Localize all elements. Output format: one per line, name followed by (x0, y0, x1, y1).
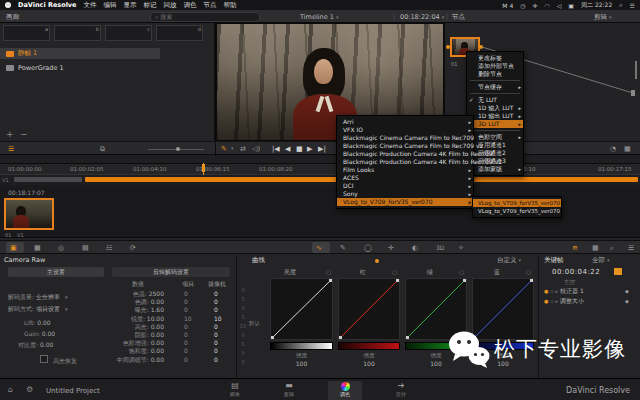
lock-icon[interactable]: ▫ (550, 298, 553, 304)
curve-luma[interactable] (270, 278, 333, 340)
resize-viewer-icon[interactable]: ⇄ (240, 145, 246, 153)
refresh-icon[interactable]: ⟳ (130, 244, 136, 252)
lightbox-icon[interactable]: ▦ (624, 145, 631, 153)
menu-edit[interactable]: 编辑 (104, 1, 117, 10)
keyframe-track-corrector1[interactable]: ● ▫ ▸ 校正器 1 (540, 287, 584, 296)
lut-menu-item[interactable]: Sony ▸ (337, 190, 473, 198)
expand-arrow-icon[interactable]: ▸ (556, 288, 559, 294)
reset-icon[interactable]: ○ (459, 268, 464, 275)
keyframe-playhead[interactable] (614, 268, 622, 275)
status-plus-icon[interactable]: ✛ (532, 2, 537, 9)
album-stills[interactable]: 静帧 1 (0, 48, 160, 59)
grab-still-icon[interactable]: ⧉ (100, 145, 105, 153)
key-icon[interactable]: ✧ (458, 244, 464, 252)
lut-menu-item[interactable]: DCI ▸ (337, 182, 473, 190)
wifi-icon[interactable]: ◠ (544, 2, 549, 9)
menu-mark[interactable]: 标记 (144, 1, 157, 10)
audio-mute-icon[interactable]: ◁) (252, 145, 260, 153)
camera-raw-row[interactable]: 曝光: 1.60 0 0 (0, 306, 236, 314)
add-album-button[interactable]: + (6, 130, 14, 139)
camera-raw-row[interactable]: 高光: 0.00 0 0 (0, 323, 236, 331)
memory-slot-a[interactable]: a (3, 25, 50, 41)
context-menu-item[interactable]: ✓ 更改标签 ▸ (467, 54, 523, 62)
options-icon[interactable]: ☰ (628, 244, 634, 252)
context-menu-item[interactable]: ✓ 3D LUT ▸ (467, 120, 523, 128)
tab-master-settings[interactable]: 主设置 (8, 267, 104, 277)
context-menu-item[interactable]: ✓ 删除节点 ▸ (467, 70, 523, 78)
blur-icon[interactable]: ◐ (412, 244, 418, 252)
lut-menu-item[interactable]: Film Looks ▸ (337, 166, 473, 174)
project-name[interactable]: Untitled Project (46, 387, 100, 395)
camera-raw-row[interactable]: 饱和度: 0.00 0 0 (0, 347, 236, 355)
camera-raw-row[interactable]: 色彩增强: 0.00 0 0 (0, 339, 236, 347)
motion-effects-icon[interactable]: ☷ (106, 244, 112, 252)
grid-view-icon[interactable]: ▦ (592, 244, 599, 252)
input-method-indicator[interactable]: M 4 (502, 2, 513, 9)
timeline-selector[interactable]: Timeline 1 ▾ (300, 13, 338, 21)
lut-menu-item[interactable]: VLog_to_V709_forV35_ver070 ▸ (337, 198, 473, 206)
keyframes-scope-select[interactable]: 全部 ▾ (592, 256, 610, 265)
context-menu-item[interactable]: ✓ 无 LUT ▸ (467, 96, 523, 104)
gallery-list-icon[interactable]: ☰ (8, 145, 14, 153)
slider-handle[interactable] (176, 147, 180, 151)
menubar-clock[interactable]: 周二 22:22 (581, 1, 612, 10)
menu-help[interactable]: 帮助 (224, 1, 237, 10)
color-wheels-icon[interactable]: ◎ (58, 244, 64, 252)
chevron-down-icon[interactable]: ▾ (231, 145, 234, 151)
curve-red[interactable] (338, 278, 400, 340)
step-back-button[interactable]: ◀ (285, 145, 290, 153)
app-b-icon[interactable]: ▣ (568, 2, 574, 9)
viewer-timecode[interactable]: 00:18:22:04 ▾ (400, 13, 444, 21)
camera-raw-row[interactable]: 阴影: 0.00 0 0 (0, 331, 236, 339)
clip-thumbnail[interactable] (4, 198, 54, 230)
volume-icon[interactable]: ◁ (557, 2, 562, 9)
red-strength-value[interactable]: 100 (338, 360, 400, 367)
remove-album-button[interactable]: − (20, 130, 28, 139)
keyframe-diamond-icon[interactable]: ◆ (625, 298, 629, 304)
lut-menu-item[interactable]: Blackmagic Production Camera 4K Film to … (337, 150, 473, 158)
expand-arrow-icon[interactable]: ▸ (556, 298, 559, 304)
lut-menu-item[interactable]: Blackmagic Production Camera 4K Film to … (337, 158, 473, 166)
memory-slot-d[interactable]: d (156, 25, 203, 41)
lut-menu-item[interactable]: Arri ▸ (337, 118, 473, 126)
node-view-selector[interactable]: 剪辑 ▾ (594, 13, 612, 22)
context-menu-item[interactable]: ✓ 色彩空间 ▸ (467, 133, 523, 141)
qualifier-icon[interactable]: ✎ (340, 244, 346, 252)
highlight-icon[interactable]: ◔ (610, 145, 616, 153)
node-input-dot[interactable] (446, 45, 450, 49)
status-clock-icon[interactable]: ◷ (520, 2, 525, 9)
app-menu[interactable]: DaVinci Resolve (18, 1, 77, 9)
curves-mode-select[interactable]: 自定义 ▾ (497, 256, 521, 265)
lock-icon[interactable]: ▫ (550, 288, 553, 294)
context-menu-item[interactable]: ✓ 1D 输入 LUT ▸ (467, 104, 523, 112)
luma-gradient[interactable] (270, 342, 333, 350)
camera-raw-row[interactable]: 色温: 2500 0 0 (0, 290, 236, 298)
menu-playback[interactable]: 回放 (164, 1, 177, 10)
keyframe-track-sizing[interactable]: ● ▫ ▸ 调整大小 (540, 297, 584, 306)
menu-view[interactable]: 显示 (124, 1, 137, 10)
luma-strength-value[interactable]: 100 (270, 360, 333, 367)
power-window-icon[interactable]: ◯ (364, 244, 372, 252)
tracker-icon[interactable]: ✛ (388, 244, 394, 252)
context-menu-item[interactable]: ✓ 添加蒙版 ▸ (467, 165, 523, 173)
reset-icon[interactable]: ○ (326, 268, 331, 275)
memory-slot-c[interactable]: c (105, 25, 152, 41)
clip-segment-gray[interactable] (14, 177, 82, 182)
project-settings-gear-icon[interactable]: ⚙ (26, 385, 33, 394)
stop-button[interactable]: ■ (296, 145, 303, 153)
context-menu-item[interactable]: ✓ 节点缓存 ▸ (467, 83, 523, 91)
camera-raw-icon[interactable]: ▣ (10, 244, 17, 252)
zoom-menu-icon[interactable]: ⌕ (610, 244, 614, 252)
camera-raw-row[interactable]: 中间调细节: 0.00 0 0 (0, 356, 236, 364)
album-powergrade[interactable]: PowerGrade 1 (0, 62, 160, 73)
play-button[interactable]: ▶ (307, 145, 312, 153)
lut-menu-item[interactable]: Blackmagic Cinema Camera Film to Rec709 … (337, 134, 473, 142)
keyframe-diamond-icon[interactable]: ◆ (625, 288, 629, 294)
rgb-mixer-icon[interactable]: ▤ (82, 244, 89, 252)
lut-menu-item[interactable]: Blackmagic Cinema Camera Film to Rec709 … (337, 142, 473, 150)
menu-nodes[interactable]: 节点 (204, 1, 217, 10)
enable-dot[interactable]: ● (544, 298, 548, 304)
reset-icon[interactable]: ○ (392, 268, 397, 275)
page-edit[interactable]: ▬ 剪辑 (272, 381, 306, 397)
timeline-ruler[interactable]: 01:00:00:00 01:00:02:05 01:00:04:10 01:0… (0, 163, 640, 175)
